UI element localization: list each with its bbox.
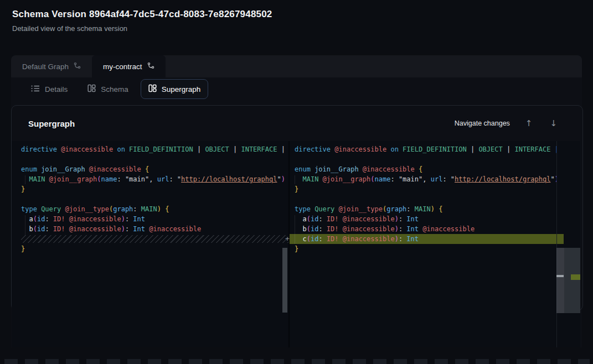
code-line: MAIN @join__graph(name: "main", url: "ht… (295, 174, 556, 184)
diff-pane-modified[interactable]: directive @inaccessible on FIELD_DEFINIT… (290, 141, 556, 347)
indent-guide (25, 215, 25, 235)
right-scrollbar-thumb[interactable] (556, 248, 564, 313)
view-tabs: Details Schema Supergraph (11, 77, 582, 101)
next-change-button[interactable]: ↓ (548, 118, 559, 129)
code-line: } (21, 184, 288, 194)
code-line (21, 154, 288, 164)
previous-change-button[interactable]: ↑ (523, 118, 535, 129)
code-link[interactable]: http://localhost/graphql (455, 175, 550, 183)
tab-my-contract[interactable]: my-contract (92, 55, 166, 77)
editor-right-margin-divider (556, 141, 557, 347)
diff-insert-marker: + (284, 234, 291, 244)
diff-placeholder-line (21, 234, 288, 244)
code-line: enum join__Graph @inaccessible { (295, 164, 556, 174)
code-line: enum join__Graph @inaccessible { (21, 164, 288, 174)
tab-supergraph[interactable]: Supergraph (141, 79, 209, 99)
code-line: directive @inaccessible on FIELD_DEFINIT… (295, 144, 556, 154)
code-link[interactable]: http://localhost/graphql (181, 175, 277, 183)
subtab-label: Supergraph (162, 85, 201, 93)
panel-heading: Supergraph (28, 119, 75, 128)
tab-details[interactable]: Details (23, 80, 75, 99)
tab-schema[interactable]: Schema (80, 79, 136, 99)
code-line: b(id: ID! @inaccessible): Int @inaccessi… (295, 224, 556, 234)
tab-label: my-contract (103, 63, 142, 71)
code-line: type Query @join__type(graph: MAIN) { (21, 204, 288, 214)
code-line: } (295, 184, 556, 194)
code-line (295, 194, 556, 204)
code-line: a(id: ID! @inaccessible): Int (21, 214, 288, 224)
diff-gutter (288, 141, 290, 347)
code-line: directive @inaccessible on FIELD_DEFINIT… (21, 144, 288, 154)
subtab-label: Details (45, 85, 68, 93)
page-title: Schema Version 8964af44-7dc5-47cd-8083-7… (12, 9, 272, 20)
code-line (21, 194, 288, 204)
code-line: a(id: ID! @inaccessible): Int (295, 214, 556, 224)
columns-icon (87, 84, 96, 94)
code-line: MAIN @join__graph(name: "main", url: "ht… (21, 174, 288, 184)
list-icon (31, 85, 40, 94)
code-line: type Query @join__type(graph: MAIN) { (295, 204, 556, 214)
page-subtitle: Detailed view of the schema version (12, 24, 127, 33)
indent-guide (295, 215, 295, 244)
navigate-changes: Navigate changes ↑ ↓ (455, 118, 559, 129)
tab-label: Default Graph (22, 63, 69, 71)
code-line: c(id: ID! @inaccessible): Int (295, 234, 556, 244)
page: { "page": { "title": "Schema Version 896… (0, 0, 593, 364)
diff-pane-original[interactable]: directive @inaccessible on FIELD_DEFINIT… (12, 141, 288, 347)
columns-icon (148, 84, 157, 94)
code-line (295, 154, 556, 164)
overview-added-marker (571, 274, 580, 280)
graph-tabs: Default Graph my-contract (11, 55, 582, 77)
left-scrollbar-thumb[interactable] (282, 248, 287, 313)
diff-editor[interactable]: directive @inaccessible on FIELD_DEFINIT… (12, 141, 580, 347)
navigate-changes-label: Navigate changes (455, 119, 510, 127)
subtab-label: Schema (101, 85, 128, 93)
tab-default-graph[interactable]: Default Graph (11, 55, 92, 77)
overview-ruler[interactable] (564, 248, 580, 313)
overview-cursor-marker (556, 275, 564, 277)
code-line: } (295, 244, 556, 254)
code-line: b(id: ID! @inaccessible): Int @inaccessi… (21, 224, 288, 234)
indent-guide (295, 175, 295, 184)
variant-icon (74, 62, 81, 71)
variant-icon (147, 62, 154, 71)
supergraph-panel-header: Supergraph Navigate changes ↑ ↓ (12, 106, 582, 141)
bottom-divider (4, 359, 590, 364)
indent-guide (25, 175, 25, 184)
code-line: } (21, 244, 288, 254)
